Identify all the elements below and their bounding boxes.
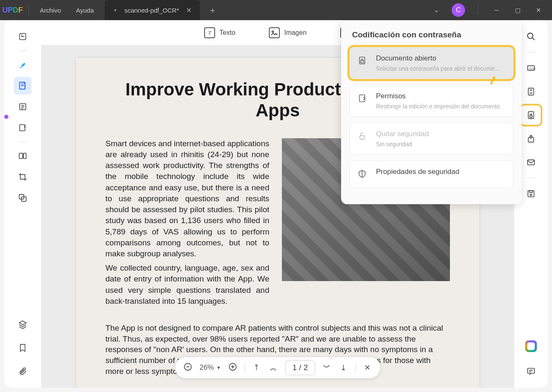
svg-rect-26: [360, 95, 365, 102]
save-icon[interactable]: [522, 185, 540, 203]
paragraph: Smart devices and internet-based applica…: [105, 138, 269, 259]
email-icon[interactable]: [522, 153, 540, 171]
svg-point-22: [530, 194, 532, 196]
highlighter-tool-icon[interactable]: [14, 56, 32, 74]
svg-rect-27: [360, 136, 365, 139]
search-icon[interactable]: [522, 28, 540, 45]
app-logo: UPDF: [0, 6, 25, 15]
divider: [355, 363, 356, 373]
fill-sign-tool-icon[interactable]: [14, 119, 32, 137]
ai-assistant-icon[interactable]: [522, 337, 540, 355]
security-properties-option[interactable]: Propiedades de seguridad: [350, 160, 513, 188]
add-tab-button[interactable]: ＋: [208, 5, 217, 16]
text-tool-button[interactable]: T Texto: [204, 27, 235, 38]
chevron-down-icon: ▼: [216, 365, 221, 370]
svg-rect-5: [24, 153, 26, 159]
share-icon[interactable]: [522, 130, 540, 147]
permissions-option[interactable]: Permisos Restringir la edición e impresi…: [350, 85, 513, 117]
option-subtitle: Sin seguridad: [376, 141, 429, 147]
option-title: Documento abierto: [376, 54, 499, 63]
maximize-button[interactable]: ▢: [512, 7, 523, 13]
close-button[interactable]: ✕: [533, 7, 544, 13]
svg-rect-25: [360, 61, 363, 63]
document-tab[interactable]: ▼ scanned-pdf_OCR* ✕: [105, 0, 200, 20]
menu-ayuda[interactable]: Ayuda: [68, 7, 101, 14]
crop-tool-icon[interactable]: [14, 168, 32, 186]
svg-rect-19: [528, 160, 535, 165]
option-subtitle: Solicitar una contraseña para abrir el d…: [376, 65, 499, 72]
image-icon: [269, 27, 280, 38]
separator: [527, 178, 535, 178]
divider: [478, 5, 478, 15]
left-sidebar: [4, 20, 41, 388]
svg-point-8: [272, 31, 274, 32]
convert-icon[interactable]: [522, 83, 540, 100]
shield-icon: [357, 169, 369, 181]
protect-icon[interactable]: [522, 106, 540, 124]
tab-title: scanned-pdf_OCR*: [122, 7, 181, 14]
form-tool-icon[interactable]: [14, 98, 32, 116]
layers-icon[interactable]: [14, 316, 32, 333]
menu-archivo[interactable]: Archivo: [32, 7, 68, 14]
last-page-button[interactable]: ⤓: [339, 363, 349, 372]
security-popup: Codificación con contraseña Documento ab…: [341, 21, 522, 204]
svg-rect-23: [528, 368, 535, 374]
close-bar-button[interactable]: ✕: [363, 363, 373, 372]
next-page-button[interactable]: ︾: [322, 363, 332, 373]
bookmark-icon[interactable]: [14, 339, 32, 357]
divider: [244, 363, 245, 373]
prev-page-button[interactable]: ︽: [268, 363, 279, 373]
unlock-icon: [357, 132, 369, 143]
lock-document-icon: [357, 56, 369, 68]
reader-tool-icon[interactable]: [14, 28, 32, 45]
option-subtitle: Restringir la edición e impresión del do…: [376, 103, 500, 110]
chevron-down-icon[interactable]: ▼: [113, 8, 117, 13]
image-tool-button[interactable]: Imagen: [269, 27, 306, 38]
zoom-out-button[interactable]: [183, 362, 193, 374]
separator: [527, 52, 535, 53]
paragraph: We collected country, language, age, sex…: [105, 263, 269, 307]
image-tool-label: Imagen: [284, 29, 306, 37]
page-control-bar: 26% ▼ ⤒ ︽ 1 / 2 ︾ ⤓ ✕: [175, 357, 381, 379]
zoom-in-button[interactable]: [228, 362, 238, 374]
chevron-down-icon[interactable]: ⌄: [431, 7, 442, 13]
svg-rect-21: [529, 191, 532, 193]
text-tool-label: Texto: [219, 29, 235, 37]
remove-security-option[interactable]: Quitar seguridad Sin seguridad: [350, 123, 513, 155]
page-indicator[interactable]: 1 / 2: [285, 360, 315, 375]
option-title: Propiedades de seguridad: [376, 168, 459, 176]
minimize-button[interactable]: ─: [491, 7, 502, 13]
permissions-icon: [357, 94, 369, 105]
separator: [18, 142, 27, 142]
ocr-icon[interactable]: OCR: [522, 59, 540, 77]
comment-icon[interactable]: [522, 363, 540, 380]
svg-point-12: [528, 33, 533, 39]
indicator-dot: [4, 115, 8, 119]
close-tab-icon[interactable]: ✕: [186, 6, 192, 14]
open-document-option[interactable]: Documento abierto Solicitar una contrase…: [350, 47, 513, 79]
first-page-button[interactable]: ⤒: [252, 363, 262, 372]
separator: [18, 50, 27, 51]
text-icon: T: [204, 27, 215, 38]
option-title: Permisos: [376, 92, 500, 100]
organize-tool-icon[interactable]: [14, 147, 32, 165]
user-avatar[interactable]: C: [452, 3, 465, 17]
divider: [29, 5, 29, 15]
svg-text:OCR: OCR: [529, 67, 536, 71]
svg-rect-4: [19, 153, 23, 159]
compare-tool-icon[interactable]: [14, 189, 32, 207]
zoom-level[interactable]: 26% ▼: [200, 363, 221, 372]
option-title: Quitar seguridad: [376, 130, 429, 138]
attachment-icon[interactable]: [14, 363, 32, 380]
popup-title: Codificación con contraseña: [350, 30, 513, 39]
edit-tool-icon[interactable]: [14, 77, 32, 95]
titlebar: UPDF Archivo Ayuda ▼ scanned-pdf_OCR* ✕ …: [0, 0, 552, 20]
svg-rect-17: [530, 116, 532, 118]
